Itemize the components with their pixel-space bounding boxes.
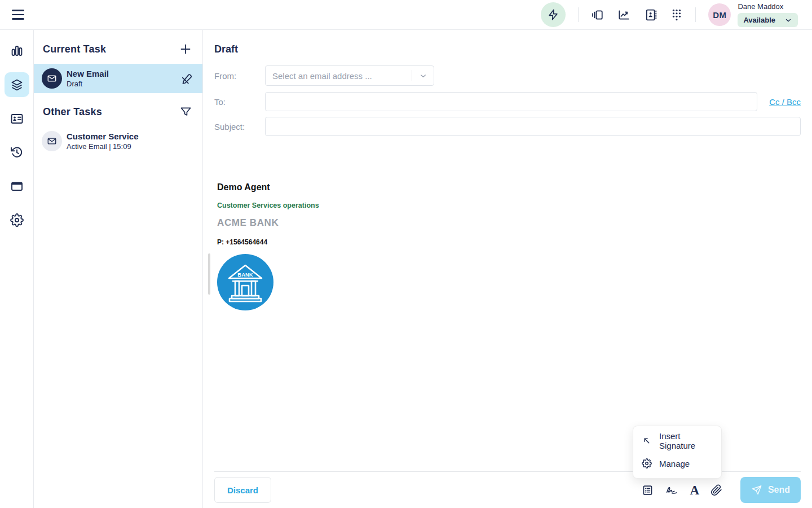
task-item-customer-service[interactable]: Customer Service Active Email | 15:09 (34, 126, 202, 156)
tasks-panel: Current Task New Email Draft (34, 30, 203, 508)
template-button[interactable] (642, 484, 654, 496)
hamburger-menu-icon[interactable] (11, 9, 25, 20)
current-task-header: Current Task (34, 42, 202, 56)
nav-browser[interactable] (5, 174, 29, 199)
top-bar: DM Dane Maddox Available (0, 0, 812, 30)
history-icon (10, 146, 24, 159)
contact-card-icon (10, 112, 24, 125)
signature-company: ACME BANK (217, 217, 801, 229)
filter-icon[interactable] (179, 106, 192, 119)
from-label: From: (214, 71, 265, 81)
task-title: New Email (67, 69, 180, 78)
envelope-icon (47, 73, 57, 84)
divider (578, 7, 579, 22)
footer-actions: A Send (642, 477, 801, 503)
arrow-up-left-icon (642, 436, 652, 446)
line-chart-icon (617, 8, 630, 21)
contact-book-icon (644, 8, 657, 21)
user-info: Dane Maddox Available (738, 2, 798, 27)
attach-button[interactable] (710, 484, 722, 496)
to-row: To: Cc / Bcc (214, 92, 801, 111)
email-editor: Draft From: Select an email address ... … (203, 30, 812, 508)
edit-draft-icon[interactable] (180, 72, 193, 85)
chevron-down-icon (784, 16, 792, 24)
signature-name: Demo Agent (217, 182, 801, 192)
signature-phone: P: +1564564644 (217, 238, 801, 246)
font-button[interactable]: A (690, 484, 699, 497)
nav-contacts[interactable] (5, 106, 29, 131)
quick-actions-button[interactable] (541, 2, 566, 27)
chevron-down-icon[interactable] (412, 72, 434, 80)
send-label: Send (768, 485, 790, 495)
dialpad-icon (670, 8, 683, 21)
insert-signature-label: Insert Signature (659, 431, 713, 450)
other-tasks-title: Other Tasks (43, 106, 102, 118)
paper-plane-icon (751, 484, 762, 496)
from-row: From: Select an email address ... (214, 65, 801, 86)
task-avatar (42, 68, 62, 89)
gear-icon (642, 458, 652, 468)
task-subtitle: Active Email | 15:09 (67, 142, 193, 151)
add-task-button[interactable] (179, 42, 192, 56)
scrollbar-thumb[interactable] (208, 253, 210, 295)
to-label: To: (214, 97, 265, 107)
current-task-title: Current Task (43, 43, 106, 55)
signature-role: Customer Services operations (217, 202, 801, 209)
layers-icon (10, 78, 24, 91)
signature-button[interactable] (665, 484, 678, 496)
top-bar-actions: DM Dane Maddox Available (541, 2, 798, 27)
browser-window-icon (10, 179, 24, 193)
top-icon-group (591, 8, 683, 21)
left-nav-rail (0, 30, 34, 508)
cc-bcc-link[interactable]: Cc / Bcc (769, 97, 801, 107)
insert-signature-item[interactable]: Insert Signature (633, 430, 721, 452)
panels-button[interactable] (591, 8, 604, 21)
nav-tasks[interactable] (5, 72, 29, 97)
font-icon: A (690, 484, 699, 497)
manage-label: Manage (659, 459, 690, 468)
bar-chart-icon (10, 44, 24, 58)
signature-menu: Insert Signature Manage (633, 426, 722, 479)
app-window: DM Dane Maddox Available (0, 0, 812, 508)
divider (695, 7, 696, 22)
other-tasks-header: Other Tasks (34, 106, 202, 119)
side-panel-icon (591, 8, 604, 21)
envelope-icon (47, 136, 57, 146)
user-avatar[interactable]: DM (708, 3, 731, 26)
from-select[interactable]: Select an email address ... (265, 65, 434, 86)
from-select-placeholder: Select an email address ... (266, 71, 412, 81)
contacts-button[interactable] (644, 8, 657, 21)
message-body[interactable]: Demo Agent Customer Services operations … (214, 182, 801, 310)
flash-icon (547, 8, 559, 21)
analytics-button[interactable] (617, 8, 630, 21)
gear-icon (10, 213, 24, 227)
to-input[interactable] (265, 92, 757, 111)
content-area: Current Task New Email Draft (0, 30, 812, 508)
bank-logo-text: BANK (237, 271, 253, 278)
subject-input[interactable] (265, 117, 801, 136)
discard-button[interactable]: Discard (214, 477, 271, 503)
user-name: Dane Maddox (738, 2, 798, 11)
nav-settings[interactable] (5, 208, 29, 233)
manage-signatures-item[interactable]: Manage (633, 452, 721, 475)
bank-logo: BANK (217, 254, 273, 310)
editor-title: Draft (214, 30, 801, 55)
task-item-new-email[interactable]: New Email Draft (34, 64, 202, 93)
status-dropdown[interactable]: Available (738, 13, 798, 27)
status-label: Available (743, 16, 775, 24)
task-avatar (42, 131, 62, 151)
task-texts: Customer Service Active Email | 15:09 (67, 132, 193, 151)
send-button[interactable]: Send (740, 477, 801, 503)
subject-row: Subject: (214, 117, 801, 136)
task-texts: New Email Draft (67, 69, 180, 88)
task-title: Customer Service (67, 132, 193, 141)
nav-history[interactable] (5, 140, 29, 165)
dialpad-button[interactable] (670, 8, 683, 21)
subject-label: Subject: (214, 122, 265, 132)
nav-dashboard[interactable] (5, 38, 29, 63)
task-subtitle: Draft (67, 80, 180, 88)
